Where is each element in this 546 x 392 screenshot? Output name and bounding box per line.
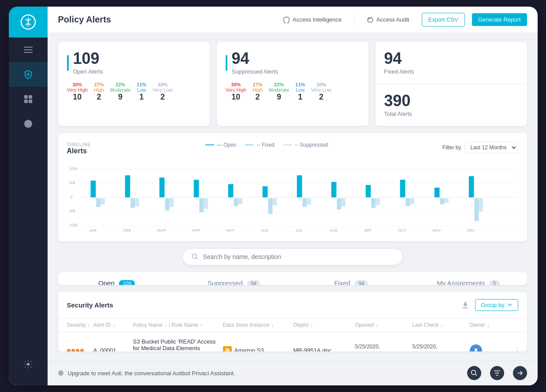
- svg-rect-42: [297, 175, 302, 197]
- sidebar-item-settings[interactable]: [23, 352, 33, 377]
- legend-open: — Open: [205, 142, 237, 148]
- group-by-button[interactable]: Group by: [475, 299, 518, 311]
- tab-suppressed[interactable]: Suppressed 94: [175, 272, 293, 285]
- col-policy-name[interactable]: Policy Name ↓ / Rule Name ↑: [133, 322, 223, 328]
- svg-rect-33: [193, 180, 199, 197]
- tab-fixed[interactable]: Fixed 94: [293, 272, 410, 285]
- svg-text:50k: 50k: [69, 209, 75, 213]
- search-input[interactable]: [203, 253, 394, 260]
- svg-rect-74: [225, 349, 230, 351]
- breakdown-moderate: 22% Moderate 9: [110, 82, 130, 102]
- filter-bottom-button[interactable]: [490, 366, 504, 380]
- svg-rect-25: [96, 198, 100, 207]
- download-icon[interactable]: [461, 300, 470, 309]
- svg-rect-37: [234, 198, 238, 206]
- col-last-check[interactable]: Last Check ↓: [412, 322, 470, 328]
- svg-text:0: 0: [70, 195, 72, 199]
- col-severity[interactable]: Severity ↓: [67, 322, 93, 328]
- col-owner[interactable]: Owner ↓: [470, 322, 505, 328]
- total-label: Total Alerts: [384, 111, 518, 117]
- alert-tabs: Open 109 Suppressed 94 Fixed 94 My Assig…: [58, 272, 527, 285]
- svg-rect-26: [100, 198, 105, 205]
- tab-open-badge: 109: [119, 280, 135, 285]
- opened-date: 5/25/2020,12:00 PM: [355, 343, 412, 351]
- svg-point-75: [475, 348, 477, 351]
- data-store-instance: Amazon S3: [223, 346, 293, 351]
- suppressed-alerts-label: Suppressed Alerts: [232, 68, 279, 75]
- access-intelligence-link[interactable]: Access Intelligence: [278, 16, 347, 23]
- svg-point-72: [192, 254, 197, 259]
- owner-avatar: [470, 344, 482, 351]
- severity-indicator: [67, 349, 93, 351]
- svg-rect-53: [410, 198, 414, 204]
- svg-point-4: [27, 74, 29, 76]
- stats-row: 109 Open Alerts 30% Very High 10 27% Hig…: [58, 42, 527, 126]
- svg-rect-47: [341, 198, 345, 206]
- svg-point-12: [27, 363, 30, 366]
- svg-rect-48: [365, 185, 371, 197]
- last-check-date: 5/25/2020,12:00 PM: [412, 343, 470, 351]
- search-bottom-button[interactable]: [467, 366, 481, 380]
- breakdown-very-low: 10% Very Low 2: [152, 82, 172, 102]
- legend-suppressed: -- Suppressed: [283, 142, 328, 148]
- tab-fixed-label: Fixed: [334, 279, 350, 285]
- svg-point-80: [471, 370, 475, 375]
- app-logo[interactable]: [9, 7, 48, 37]
- svg-text:APR: APR: [192, 228, 200, 233]
- legend-open-label: — Open: [217, 142, 237, 148]
- sidebar-item-shield[interactable]: [9, 62, 48, 87]
- svg-text:50k: 50k: [69, 181, 75, 185]
- sidebar-item-grid[interactable]: [9, 87, 48, 111]
- chart-filter: Filter by Last 12 Months Last 6 Months L…: [442, 142, 518, 153]
- search-box: [182, 248, 403, 265]
- search-container: [58, 248, 527, 265]
- open-alerts-label: Open Alerts: [73, 68, 103, 75]
- generate-report-button[interactable]: Generate Report: [472, 13, 527, 26]
- sidebar-item-target[interactable]: [9, 111, 48, 136]
- table-header-bar: Security Alerts Group by: [58, 292, 527, 318]
- svg-rect-52: [405, 198, 410, 206]
- filter-label: Filter by: [442, 144, 461, 151]
- total-alerts-section: 390 Total Alerts: [375, 84, 527, 126]
- total-number: 390: [384, 93, 518, 109]
- col-data-store[interactable]: Data Store Instance ↓: [223, 322, 293, 328]
- tab-open-label: Open: [98, 279, 115, 285]
- expand-chevron[interactable]: ⌄: [505, 347, 510, 351]
- fixed-number: 94: [384, 51, 518, 67]
- chart-svg: 100k 50k 0 50k 100k: [67, 162, 518, 233]
- col-alert-id[interactable]: Alert ID ↓: [93, 322, 133, 328]
- policy-name: S3 Bucket Public 'READ' Access for Medic…: [133, 338, 223, 351]
- open-alerts-number: 109: [73, 51, 103, 67]
- suppressed-alerts-number: 94: [232, 51, 279, 67]
- legend-suppressed-line: [283, 144, 292, 145]
- amazon-s3-icon: [224, 348, 230, 351]
- svg-text:AUG: AUG: [329, 228, 338, 233]
- breakdown-low: 11% Low 1: [137, 82, 146, 102]
- svg-rect-38: [238, 198, 242, 204]
- svg-rect-44: [307, 198, 311, 205]
- svg-rect-51: [400, 180, 405, 197]
- navigate-bottom-button[interactable]: [513, 366, 527, 380]
- open-alerts-accent: [67, 55, 69, 71]
- svg-rect-8: [29, 100, 31, 103]
- row-actions: ⌄ ⋮: [505, 346, 518, 351]
- content-area: 109 Open Alerts 30% Very High 10 27% Hig…: [48, 33, 538, 360]
- tab-suppressed-badge: 94: [247, 280, 260, 285]
- table-section-title: Security Alerts: [67, 301, 113, 309]
- access-audit-link[interactable]: Access Audit: [361, 16, 414, 23]
- sidebar-menu-button[interactable]: [9, 37, 48, 62]
- export-csv-button[interactable]: Export CSV: [422, 13, 465, 26]
- tab-assignments-label: My Assignments: [437, 279, 485, 285]
- tab-my-assignments[interactable]: My Assignments 5: [410, 272, 527, 285]
- col-opened[interactable]: Opened ↓: [355, 322, 412, 328]
- svg-rect-58: [474, 198, 479, 221]
- svg-rect-24: [90, 181, 96, 197]
- svg-text:FEB: FEB: [123, 228, 131, 233]
- col-object[interactable]: Object ↓: [293, 322, 355, 328]
- filter-select[interactable]: Last 12 Months Last 6 Months Last 3 Mont…: [464, 142, 518, 153]
- svg-text:NOV: NOV: [432, 228, 441, 233]
- header-actions: Access Intelligence Access Audit Export …: [278, 13, 527, 26]
- more-options[interactable]: ⋮: [514, 346, 521, 351]
- svg-rect-50: [375, 198, 380, 205]
- tab-open[interactable]: Open 109: [58, 272, 175, 285]
